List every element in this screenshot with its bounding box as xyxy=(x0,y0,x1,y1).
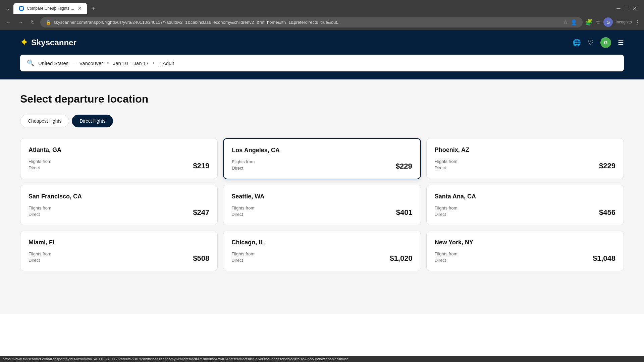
lock-icon: 🔒 xyxy=(46,20,51,25)
card-flights-from-label: Flights from xyxy=(29,159,51,164)
favorites-icon[interactable]: ♡ xyxy=(588,39,594,47)
card-city: New York, NY xyxy=(435,239,615,246)
address-text: skyscanner.com/transport/flights/us/yvra… xyxy=(54,20,560,25)
flight-card[interactable]: Atlanta, GA Flights from Direct $219 xyxy=(20,138,218,179)
window-controls: ─ □ ✕ xyxy=(612,6,641,11)
header-right: 🌐 ♡ G ☰ xyxy=(573,37,624,48)
toolbar-icons: 🧩 ☆ G Incognito ⋮ xyxy=(585,17,640,27)
card-price: $219 xyxy=(193,162,209,170)
incognito-label: Incognito xyxy=(615,20,632,24)
flight-card[interactable]: Miami, FL Flights from Direct $508 xyxy=(20,231,218,271)
card-flights-from-label: Flights from xyxy=(29,251,51,256)
dot-2: • xyxy=(153,60,155,66)
search-travelers: 1 Adult xyxy=(159,60,174,66)
extensions-icon[interactable]: 🧩 xyxy=(585,18,593,26)
hamburger-menu-icon[interactable]: ☰ xyxy=(618,39,624,47)
logo-text: Skyscanner xyxy=(31,38,76,47)
card-price: $401 xyxy=(396,208,413,217)
site-header: ✦ Skyscanner 🌐 ♡ G ☰ xyxy=(0,30,644,55)
cheapest-flights-tab[interactable]: Cheapest flights xyxy=(20,115,69,127)
profile-button[interactable]: G xyxy=(603,17,613,27)
logo[interactable]: ✦ Skyscanner xyxy=(20,37,76,48)
search-bar[interactable]: 🔍 United States – Vancouver • Jan 10 – J… xyxy=(20,55,624,71)
bookmarks-icon[interactable]: ☆ xyxy=(595,18,601,26)
card-price: $1,048 xyxy=(593,254,615,263)
card-flight-type: Direct xyxy=(435,165,458,170)
search-dates: Jan 10 – Jan 17 xyxy=(113,60,149,66)
flight-card[interactable]: Seattle, WA Flights from Direct $401 xyxy=(223,185,421,225)
card-flight-type: Direct xyxy=(29,258,51,263)
card-flight-type: Direct xyxy=(29,212,51,217)
menu-icon[interactable]: ⋮ xyxy=(635,19,640,25)
card-price: $229 xyxy=(599,162,615,170)
card-city: Miami, FL xyxy=(29,239,209,246)
active-tab[interactable]: Compare Cheap Flights & Boo ✕ xyxy=(13,3,87,14)
card-flight-type: Direct xyxy=(231,258,254,263)
tab-bar: ⌄ Compare Cheap Flights & Boo ✕ + ─ □ ✕ xyxy=(0,0,644,14)
card-price: $456 xyxy=(599,208,615,217)
tab-close-button[interactable]: ✕ xyxy=(78,6,82,11)
search-dash: – xyxy=(72,60,75,66)
card-price: $247 xyxy=(193,208,209,217)
browser-chrome: ⌄ Compare Cheap Flights & Boo ✕ + ─ □ ✕ … xyxy=(0,0,644,30)
svg-point-0 xyxy=(20,7,23,10)
search-origin: United States xyxy=(38,60,68,66)
card-flight-type: Direct xyxy=(231,212,254,217)
flight-card[interactable]: San Francisco, CA Flights from Direct $2… xyxy=(20,185,218,225)
card-flights-from-label: Flights from xyxy=(232,159,255,164)
search-icon: 🔍 xyxy=(27,59,34,67)
main-content: Select departure location Cheapest fligh… xyxy=(0,79,644,314)
maximize-button[interactable]: □ xyxy=(624,6,629,11)
flight-card[interactable]: Phoenix, AZ Flights from Direct $229 xyxy=(426,138,624,179)
card-price: $229 xyxy=(396,162,412,171)
dot-1: • xyxy=(107,60,109,66)
card-flight-type: Direct xyxy=(29,165,51,170)
card-city: Seattle, WA xyxy=(231,193,412,200)
card-city: Santa Ana, CA xyxy=(435,193,615,200)
card-flight-type: Direct xyxy=(435,258,458,263)
user-avatar[interactable]: G xyxy=(600,37,611,48)
card-flight-type: Direct xyxy=(232,166,255,171)
minimize-button[interactable]: ─ xyxy=(616,6,621,11)
refresh-button[interactable]: ↻ xyxy=(28,17,38,27)
search-container: 🔍 United States – Vancouver • Jan 10 – J… xyxy=(0,55,644,79)
tab-title: Compare Cheap Flights & Boo xyxy=(27,6,75,11)
flight-card[interactable]: Chicago, IL Flights from Direct $1,020 xyxy=(223,231,421,271)
toggle-group: Cheapest flights Direct flights xyxy=(20,115,624,127)
page-title: Select departure location xyxy=(20,93,624,105)
profile-icon[interactable]: 👤 xyxy=(571,19,577,25)
card-flights-from-label: Flights from xyxy=(435,205,458,210)
back-button[interactable]: ← xyxy=(4,17,13,27)
logo-icon: ✦ xyxy=(20,37,28,48)
tab-favicon xyxy=(19,6,24,11)
address-bar[interactable]: 🔒 skyscanner.com/transport/flights/us/yv… xyxy=(40,17,583,27)
bookmark-icon[interactable]: ☆ xyxy=(563,19,568,25)
search-destination: Vancouver xyxy=(79,60,103,66)
close-button[interactable]: ✕ xyxy=(632,6,637,11)
browser-toolbar: ← → ↻ 🔒 skyscanner.com/transport/flights… xyxy=(0,14,644,30)
tab-list-button[interactable]: ⌄ xyxy=(3,4,12,13)
flight-card[interactable]: Santa Ana, CA Flights from Direct $456 xyxy=(426,185,624,225)
flight-card[interactable]: Los Angeles, CA Flights from Direct $229 xyxy=(223,138,421,179)
new-tab-button[interactable]: + xyxy=(89,4,98,13)
status-bar: https://www.skyscanner.com/transport/fli… xyxy=(0,356,644,362)
flights-grid: Atlanta, GA Flights from Direct $219 Los… xyxy=(20,138,624,271)
forward-button[interactable]: → xyxy=(16,17,25,27)
card-price: $508 xyxy=(193,254,209,263)
card-city: Los Angeles, CA xyxy=(232,147,412,154)
card-flights-from-label: Flights from xyxy=(435,251,458,256)
globe-icon[interactable]: 🌐 xyxy=(573,39,581,47)
page: ✦ Skyscanner 🌐 ♡ G ☰ 🔍 United States – V… xyxy=(0,30,644,362)
flight-card[interactable]: New York, NY Flights from Direct $1,048 xyxy=(426,231,624,271)
card-price: $1,020 xyxy=(390,254,412,263)
direct-flights-tab[interactable]: Direct flights xyxy=(72,115,113,127)
address-bar-icons: ☆ 👤 xyxy=(563,19,577,25)
card-city: Chicago, IL xyxy=(231,239,412,246)
card-city: Phoenix, AZ xyxy=(435,146,615,154)
card-city: San Francisco, CA xyxy=(29,193,209,200)
card-flights-from-label: Flights from xyxy=(231,205,254,210)
card-city: Atlanta, GA xyxy=(29,146,209,154)
card-flights-from-label: Flights from xyxy=(435,159,458,164)
status-url: https://www.skyscanner.com/transport/fli… xyxy=(3,357,349,361)
card-flight-type: Direct xyxy=(435,212,458,217)
